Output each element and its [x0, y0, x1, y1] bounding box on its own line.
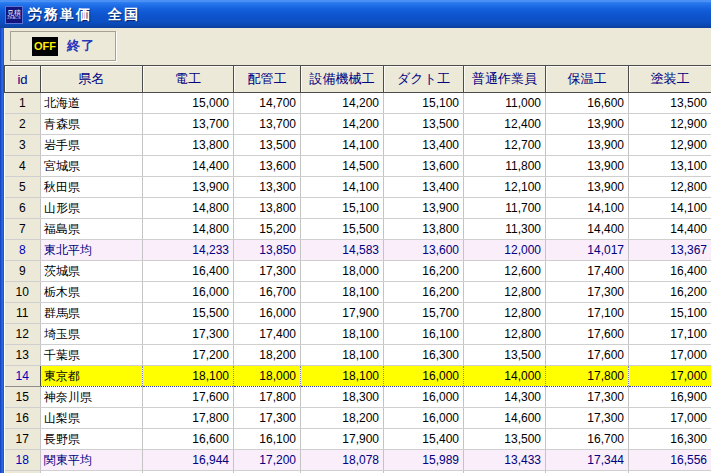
prefecture-name-cell[interactable]: 東京都 — [41, 366, 143, 387]
rate-value-cell[interactable]: 16,200 — [384, 282, 464, 303]
rate-value-cell[interactable]: 14,100 — [546, 198, 629, 219]
rate-value-cell[interactable]: 18,300 — [301, 387, 384, 408]
rate-value-cell[interactable]: 17,000 — [629, 366, 711, 387]
rate-value-cell[interactable]: 14,400 — [629, 219, 711, 240]
table-row[interactable]: 9茨城県16,40017,30018,00016,20012,60017,400… — [5, 261, 711, 282]
rate-value-cell[interactable]: 12,400 — [464, 114, 546, 135]
column-header-4[interactable]: 設備機械工 — [301, 66, 384, 93]
rate-value-cell[interactable]: 16,400 — [629, 261, 711, 282]
table-row[interactable]: 8東北平均14,23313,85014,58313,60012,00014,01… — [5, 240, 711, 261]
prefecture-name-cell[interactable]: 長野県 — [41, 429, 143, 450]
rate-value-cell[interactable]: 17,800 — [546, 366, 629, 387]
rate-value-cell[interactable]: 12,100 — [464, 177, 546, 198]
rate-value-cell[interactable]: 14,100 — [301, 177, 384, 198]
rate-value-cell[interactable]: 12,800 — [464, 282, 546, 303]
rate-value-cell[interactable]: 17,400 — [234, 324, 301, 345]
rate-value-cell[interactable]: 16,400 — [143, 261, 234, 282]
rate-value-cell[interactable]: 17,400 — [546, 261, 629, 282]
rate-value-cell[interactable]: 13,400 — [384, 135, 464, 156]
prefecture-name-cell[interactable]: 青森県 — [41, 114, 143, 135]
rate-value-cell[interactable]: 18,100 — [301, 282, 384, 303]
prefecture-name-cell[interactable]: 山形県 — [41, 198, 143, 219]
rate-value-cell[interactable]: 14,600 — [464, 408, 546, 429]
rate-value-cell[interactable]: 18,000 — [234, 366, 301, 387]
rate-value-cell[interactable]: 18,200 — [301, 408, 384, 429]
table-row[interactable]: 1北海道15,00014,70014,20015,10011,00016,600… — [5, 93, 711, 114]
rate-value-cell[interactable]: 16,900 — [629, 387, 711, 408]
row-id-cell[interactable]: 14 — [5, 366, 41, 387]
rate-value-cell[interactable]: 11,000 — [464, 93, 546, 114]
rate-value-cell[interactable]: 16,200 — [384, 261, 464, 282]
rate-value-cell[interactable]: 13,500 — [384, 114, 464, 135]
rate-value-cell[interactable]: 13,700 — [143, 114, 234, 135]
rate-value-cell[interactable]: 12,700 — [464, 135, 546, 156]
rate-value-cell[interactable]: 16,556 — [629, 450, 711, 471]
rate-value-cell[interactable]: 13,100 — [629, 156, 711, 177]
row-id-cell[interactable]: 3 — [5, 135, 41, 156]
column-header-5[interactable]: ダクト工 — [384, 66, 464, 93]
off-toggle-button[interactable]: OFF — [32, 37, 58, 56]
rate-value-cell[interactable]: 13,600 — [384, 240, 464, 261]
rate-value-cell[interactable]: 13,367 — [629, 240, 711, 261]
table-row[interactable]: 2青森県13,70013,70014,20013,50012,40013,900… — [5, 114, 711, 135]
rate-value-cell[interactable]: 13,900 — [546, 114, 629, 135]
rate-value-cell[interactable]: 16,700 — [546, 429, 629, 450]
table-row[interactable]: 17長野県16,60016,10017,90015,40013,50016,70… — [5, 429, 711, 450]
rate-value-cell[interactable]: 16,700 — [234, 282, 301, 303]
table-row[interactable]: 15神奈川県17,60017,80018,30016,00014,30017,3… — [5, 387, 711, 408]
rate-value-cell[interactable]: 18,200 — [234, 345, 301, 366]
rate-value-cell[interactable]: 13,500 — [234, 135, 301, 156]
rate-value-cell[interactable]: 13,900 — [546, 156, 629, 177]
rate-value-cell[interactable]: 13,500 — [464, 345, 546, 366]
rate-value-cell[interactable]: 11,800 — [464, 156, 546, 177]
rate-value-cell[interactable]: 18,000 — [301, 261, 384, 282]
rate-value-cell[interactable]: 16,000 — [384, 387, 464, 408]
rate-value-cell[interactable]: 14,200 — [301, 93, 384, 114]
rate-value-cell[interactable]: 13,600 — [384, 156, 464, 177]
row-id-cell[interactable]: 9 — [5, 261, 41, 282]
rate-value-cell[interactable]: 16,944 — [143, 450, 234, 471]
rate-value-cell[interactable]: 14,000 — [464, 366, 546, 387]
rate-value-cell[interactable]: 17,200 — [143, 345, 234, 366]
rate-value-cell[interactable]: 16,600 — [143, 429, 234, 450]
rate-value-cell[interactable]: 13,800 — [234, 198, 301, 219]
table-row[interactable]: 5秋田県13,90013,30014,10013,40012,10013,900… — [5, 177, 711, 198]
rate-value-cell[interactable]: 16,300 — [384, 345, 464, 366]
column-header-8[interactable]: 塗装工 — [629, 66, 711, 93]
rate-value-cell[interactable]: 17,600 — [143, 387, 234, 408]
rate-value-cell[interactable]: 15,000 — [143, 93, 234, 114]
rate-value-cell[interactable]: 11,700 — [464, 198, 546, 219]
table-row[interactable]: 16山梨県17,80017,30018,20016,00014,60017,30… — [5, 408, 711, 429]
row-id-cell[interactable]: 17 — [5, 429, 41, 450]
rate-value-cell[interactable]: 13,900 — [384, 198, 464, 219]
rate-value-cell[interactable]: 17,300 — [234, 261, 301, 282]
rate-value-cell[interactable]: 14,400 — [143, 156, 234, 177]
row-id-cell[interactable]: 16 — [5, 408, 41, 429]
rate-value-cell[interactable]: 12,900 — [629, 114, 711, 135]
column-header-3[interactable]: 配管工 — [234, 66, 301, 93]
rate-value-cell[interactable]: 16,200 — [629, 282, 711, 303]
rate-value-cell[interactable]: 18,100 — [301, 345, 384, 366]
prefecture-name-cell[interactable]: 山梨県 — [41, 408, 143, 429]
column-header-7[interactable]: 保温工 — [546, 66, 629, 93]
rate-value-cell[interactable]: 15,200 — [234, 219, 301, 240]
row-id-cell[interactable]: 1 — [5, 93, 41, 114]
rate-value-cell[interactable]: 12,800 — [464, 303, 546, 324]
row-id-cell[interactable]: 15 — [5, 387, 41, 408]
table-row[interactable]: 18関東平均16,94417,20018,07815,98913,43317,3… — [5, 450, 711, 471]
rate-value-cell[interactable]: 13,500 — [464, 429, 546, 450]
rate-value-cell[interactable]: 14,100 — [629, 198, 711, 219]
exit-button-label[interactable]: 終了 — [67, 37, 95, 55]
rate-value-cell[interactable]: 17,600 — [546, 345, 629, 366]
prefecture-name-cell[interactable]: 北海道 — [41, 93, 143, 114]
rate-value-cell[interactable]: 18,100 — [301, 324, 384, 345]
rate-value-cell[interactable]: 17,300 — [546, 387, 629, 408]
rate-value-cell[interactable]: 16,100 — [234, 429, 301, 450]
prefecture-name-cell[interactable]: 関東平均 — [41, 450, 143, 471]
prefecture-name-cell[interactable]: 東北平均 — [41, 240, 143, 261]
row-id-cell[interactable]: 11 — [5, 303, 41, 324]
rate-value-cell[interactable]: 17,300 — [234, 408, 301, 429]
rate-value-cell[interactable]: 15,400 — [384, 429, 464, 450]
rate-value-cell[interactable]: 14,300 — [464, 387, 546, 408]
rate-value-cell[interactable]: 13,900 — [143, 177, 234, 198]
